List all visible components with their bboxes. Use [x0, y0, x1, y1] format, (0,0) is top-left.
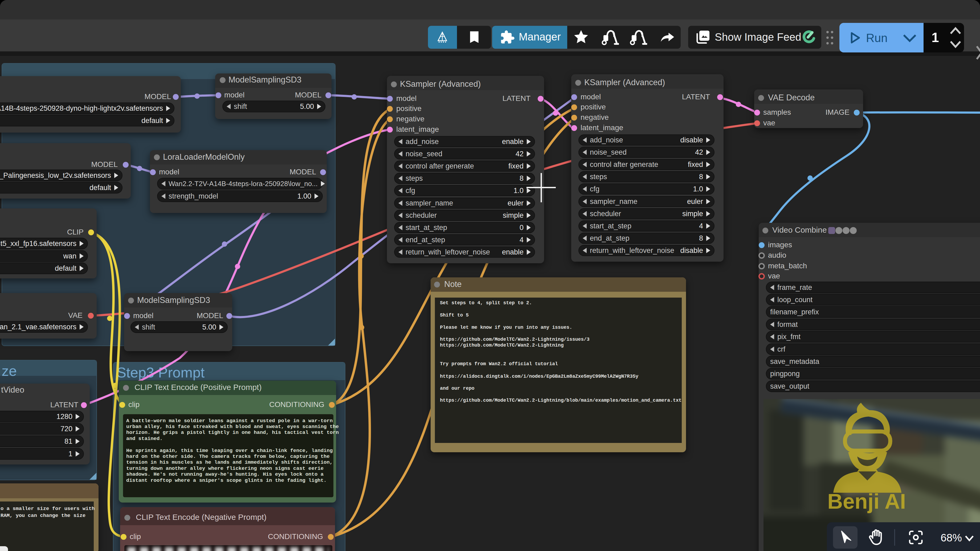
- svg-text:Benji AI: Benji AI: [827, 489, 906, 513]
